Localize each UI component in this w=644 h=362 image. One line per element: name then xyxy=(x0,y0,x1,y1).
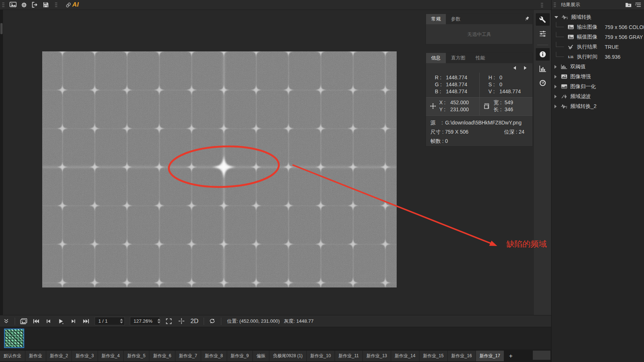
job-tab[interactable]: 新作业_16 xyxy=(448,351,476,361)
tool-panel-tabs: 常规 参数 xyxy=(426,14,532,24)
frames-value: 0 xyxy=(445,137,448,146)
job-tab-active[interactable]: 新作业_17 xyxy=(476,351,504,361)
width-label: 宽 : xyxy=(494,99,503,106)
mode-2d-button[interactable]: 2D xyxy=(188,318,201,325)
chevron-right-icon[interactable] xyxy=(554,105,557,108)
left-panel-handle[interactable] xyxy=(0,23,3,34)
tab-parameters[interactable]: 参数 xyxy=(446,14,466,24)
spin-down-icon[interactable] xyxy=(120,322,123,323)
first-frame-button[interactable] xyxy=(30,316,42,326)
parameters-button[interactable] xyxy=(536,28,550,40)
image-list-button[interactable] xyxy=(17,316,30,326)
toolbar-grip-handle-2[interactable] xyxy=(55,2,57,8)
separator xyxy=(204,318,204,325)
spin-up-icon[interactable] xyxy=(157,319,160,321)
tree-leaf-value: 36.936 xyxy=(605,54,621,60)
tree-leaf-exec-result[interactable]: 执行结果 TRUE xyxy=(552,42,644,52)
next-arrow-icon[interactable] xyxy=(524,66,527,70)
job-tab[interactable]: 新作业_6 xyxy=(149,351,175,361)
chevron-right-icon[interactable] xyxy=(554,65,557,69)
job-tab[interactable]: 新作业_2 xyxy=(46,351,72,361)
strip-divider xyxy=(537,45,548,45)
play-button[interactable] xyxy=(55,316,67,326)
settings-button[interactable] xyxy=(18,0,29,10)
tab-performance[interactable]: 性能 xyxy=(470,53,490,63)
fft-image[interactable] xyxy=(42,51,397,287)
tree-leaf-magnitude-image[interactable]: 幅值图像 759 x 506 GRAY 32 xyxy=(552,32,644,42)
chevron-right-icon[interactable] xyxy=(554,75,557,79)
spin-up-icon[interactable] xyxy=(120,319,123,321)
performance-tab-button[interactable] xyxy=(536,77,550,89)
histogram-tab-button[interactable] xyxy=(536,62,550,75)
job-tab[interactable]: 新作业_10 xyxy=(307,351,335,361)
tree-node-freq-filter[interactable]: 频域滤波 xyxy=(552,91,644,101)
refresh-button[interactable] xyxy=(206,316,219,326)
job-tab[interactable]: 默认作业 xyxy=(0,351,25,361)
roi-cell: 宽 : 549 长 : 346 xyxy=(479,97,532,115)
prev-frame-button[interactable] xyxy=(42,316,55,326)
spin-down-icon[interactable] xyxy=(157,322,160,323)
job-tab[interactable]: 新作业_14 xyxy=(391,351,419,361)
job-tab[interactable]: 新作业_15 xyxy=(419,351,447,361)
left-edge-strip xyxy=(0,10,3,315)
tree-node-image-normalize[interactable]: 图像归一化 xyxy=(552,82,644,91)
tree-leaf-output-image[interactable]: 输出图像 759 x 506 COLOR 3 xyxy=(552,22,644,32)
job-tab[interactable]: 新作业_4 xyxy=(98,351,123,361)
job-tab[interactable]: 新作业 xyxy=(25,351,46,361)
panel-grip-handle[interactable] xyxy=(541,2,543,8)
tab-general[interactable]: 常规 xyxy=(426,14,446,24)
results-grip-handle[interactable] xyxy=(554,2,556,8)
collapse-panel-button[interactable] xyxy=(0,316,12,326)
job-tab[interactable]: 新作业_11 xyxy=(335,351,363,361)
prev-arrow-icon[interactable] xyxy=(513,66,516,70)
source-path: G:\download\5BHkMFZ8DwY.png xyxy=(445,118,521,127)
save-button[interactable] xyxy=(40,0,51,10)
job-tab[interactable]: 偏振 xyxy=(253,351,269,361)
job-tab[interactable]: 新作业_8 xyxy=(201,351,226,361)
job-tab[interactable]: 新作业_5 xyxy=(124,351,149,361)
frame-value: 1 / 1 xyxy=(98,318,108,324)
b-value: 1448.774 xyxy=(446,88,467,94)
frame-spinbox[interactable]: 1 / 1 xyxy=(95,317,125,325)
image-thumbnail[interactable] xyxy=(4,329,24,348)
center-view-button[interactable] xyxy=(175,316,188,326)
job-tab[interactable]: 负极尾0928 (1) xyxy=(269,351,306,361)
size-label: 尺寸 : xyxy=(430,127,444,137)
tree-leaf-exec-time[interactable]: 1.11 执行时间 36.936 xyxy=(552,52,644,62)
zoom-spinbox[interactable]: 127.26% xyxy=(130,317,160,325)
tree-node-dual-threshold[interactable]: 双阈值 xyxy=(552,62,644,72)
tree-node-image-enhance[interactable]: 图像增强 xyxy=(552,72,644,82)
r-value: 1448.774 xyxy=(446,75,467,80)
info-panel: 信息 直方图 性能 R : 1448.774 G : 1448.774 B : … xyxy=(426,53,533,146)
tree-leaf-label: 输出图像 xyxy=(577,24,597,30)
top-toolbar: AI xyxy=(0,0,551,10)
toolbar-grip-handle[interactable] xyxy=(2,2,4,8)
tools-button[interactable] xyxy=(536,13,550,26)
job-tab[interactable]: 新作业_13 xyxy=(363,351,391,361)
frequency-filter-icon xyxy=(560,94,568,99)
v-label: V : xyxy=(488,88,498,95)
job-tab[interactable]: 新作业_9 xyxy=(227,351,252,361)
waveform-icon xyxy=(561,14,568,20)
next-frame-button[interactable] xyxy=(67,316,80,326)
tab-histogram[interactable]: 直方图 xyxy=(446,53,470,63)
last-frame-button[interactable] xyxy=(80,316,92,326)
list-view-icon[interactable] xyxy=(635,2,641,7)
add-folder-icon[interactable] xyxy=(625,2,632,7)
tab-info[interactable]: 信息 xyxy=(426,53,446,63)
job-tab[interactable]: 新作业_3 xyxy=(72,351,97,361)
pin-icon[interactable] xyxy=(524,16,530,21)
prev-frame-icon xyxy=(46,319,51,324)
depth-value: 24 xyxy=(519,129,524,135)
image-source-button[interactable] xyxy=(7,0,18,10)
export-button[interactable] xyxy=(29,0,40,10)
tree-node-freq-transform-2[interactable]: 频域转换_2 xyxy=(552,101,644,111)
fit-view-button[interactable] xyxy=(163,316,175,326)
job-tab[interactable]: 新作业_7 xyxy=(175,351,201,361)
chevron-down-icon[interactable] xyxy=(554,16,558,18)
chevron-right-icon[interactable] xyxy=(554,85,557,88)
info-tab-button[interactable] xyxy=(536,48,550,61)
add-job-button[interactable]: + xyxy=(504,351,517,361)
tree-node-freq-transform[interactable]: 频域转换 xyxy=(552,12,644,22)
chevron-right-icon[interactable] xyxy=(554,95,557,98)
